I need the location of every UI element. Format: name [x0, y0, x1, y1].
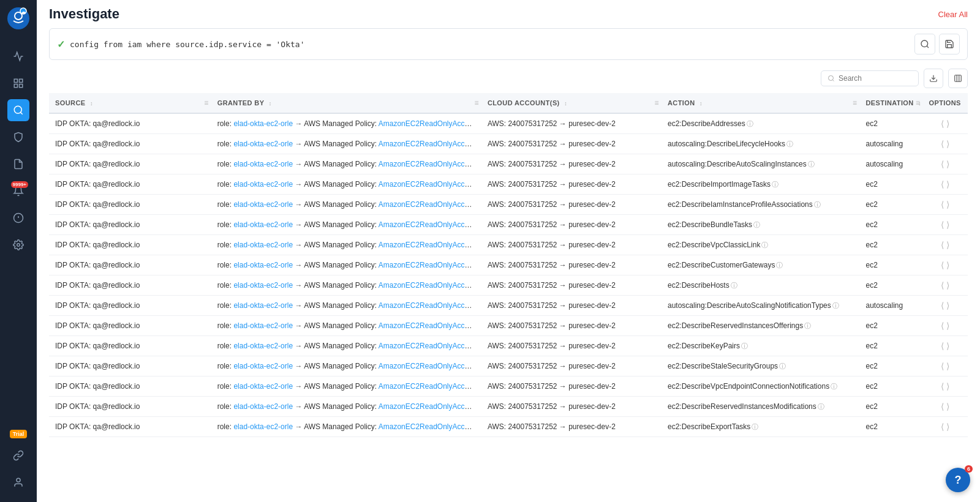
action-info-icon[interactable]: ⓘ	[772, 181, 778, 188]
sidebar-item-inventory[interactable]	[7, 72, 29, 94]
arrow-icon: →	[295, 241, 304, 249]
col-header-source[interactable]: SOURCE ↕ ≡	[49, 93, 211, 113]
role-link[interactable]: elad-okta-ec2-orle	[233, 140, 293, 148]
col-header-cloud[interactable]: CLOUD ACCOUNT(S) ↕ ≡	[481, 93, 662, 113]
role-link[interactable]: elad-okta-ec2-orle	[233, 362, 293, 370]
col-menu-action[interactable]: ≡	[853, 99, 857, 107]
policy-link[interactable]: AmazonEC2ReadOnlyAccess	[379, 261, 476, 269]
action-info-icon[interactable]: ⓘ	[776, 261, 783, 269]
sidebar-item-alerts[interactable]: 9999+	[7, 180, 29, 202]
action-info-icon[interactable]: ⓘ	[804, 322, 811, 329]
policy-link[interactable]: AmazonEC2ReadOnlyAccess	[379, 321, 476, 330]
role-link[interactable]: elad-okta-ec2-orle	[233, 220, 293, 229]
help-button[interactable]: 6 ?	[946, 468, 970, 492]
search-input[interactable]	[839, 74, 912, 83]
policy-link[interactable]: AmazonEC2ReadOnlyAccess	[379, 160, 476, 168]
role-link[interactable]: elad-okta-ec2-orle	[233, 402, 293, 411]
action-info-icon[interactable]: ⓘ	[779, 362, 786, 370]
policy-link[interactable]: AmazonEC2ReadOnlyAccess	[379, 422, 476, 431]
svg-rect-5	[20, 79, 23, 82]
role-link[interactable]: elad-okta-ec2-orle	[233, 180, 293, 189]
row-expand-icon[interactable]: ⟨ ⟩	[941, 402, 949, 411]
row-expand-icon[interactable]: ⟨ ⟩	[941, 139, 949, 149]
sidebar-item-investigate[interactable]	[7, 99, 29, 121]
policy-link[interactable]: AmazonEC2ReadOnlyAccess	[379, 342, 476, 350]
action-info-icon[interactable]: ⓘ	[731, 282, 737, 289]
row-expand-icon[interactable]: ⟨ ⟩	[941, 321, 949, 331]
clear-all-button[interactable]: Clear All	[938, 10, 968, 19]
query-save-button[interactable]	[939, 34, 960, 54]
row-expand-icon[interactable]: ⟨ ⟩	[941, 200, 949, 209]
sidebar-item-info[interactable]	[7, 207, 29, 229]
sidebar-item-user[interactable]	[7, 471, 29, 493]
row-expand-icon[interactable]: ⟨ ⟩	[941, 341, 949, 351]
trial-badge[interactable]: Trial	[10, 430, 28, 438]
policy-link[interactable]: AmazonEC2ReadOnlyAccess	[379, 281, 476, 290]
cell-source: IDP OKTA: qa@redlock.io	[49, 195, 211, 215]
action-info-icon[interactable]: ⓘ	[752, 423, 758, 430]
role-link[interactable]: elad-okta-ec2-orle	[233, 321, 293, 330]
col-menu-dest[interactable]: ≡	[916, 99, 920, 107]
action-info-icon[interactable]: ⓘ	[814, 201, 821, 208]
sidebar-item-integrations[interactable]	[7, 444, 29, 466]
col-menu-granted[interactable]: ≡	[474, 99, 478, 107]
action-info-icon[interactable]: ⓘ	[808, 160, 815, 168]
columns-button[interactable]	[948, 69, 968, 88]
role-link[interactable]: elad-okta-ec2-orle	[233, 241, 293, 249]
role-link[interactable]: elad-okta-ec2-orle	[233, 342, 293, 350]
action-info-icon[interactable]: ⓘ	[741, 342, 748, 350]
sidebar-item-activity[interactable]	[7, 45, 29, 67]
row-expand-icon[interactable]: ⟨ ⟩	[941, 301, 949, 310]
action-info-icon[interactable]: ⓘ	[747, 120, 753, 127]
row-expand-icon[interactable]: ⟨ ⟩	[941, 280, 949, 290]
action-info-icon[interactable]: ⓘ	[761, 241, 768, 249]
col-menu-source[interactable]: ≡	[204, 99, 208, 107]
row-expand-icon[interactable]: ⟨ ⟩	[941, 260, 949, 270]
policy-link[interactable]: AmazonEC2ReadOnlyAccess	[379, 402, 476, 411]
app-logo[interactable]: ☁	[6, 6, 31, 31]
role-link[interactable]: elad-okta-ec2-orle	[233, 382, 293, 391]
policy-link[interactable]: AmazonEC2ReadOnlyAccess	[379, 241, 476, 249]
policy-link[interactable]: AmazonEC2ReadOnlyAccess	[379, 220, 476, 229]
row-expand-icon[interactable]: ⟨ ⟩	[941, 381, 949, 391]
download-button[interactable]	[924, 69, 943, 88]
role-link[interactable]: elad-okta-ec2-orle	[233, 422, 293, 431]
sidebar-item-reports[interactable]	[7, 153, 29, 175]
role-link[interactable]: elad-okta-ec2-orle	[233, 200, 293, 209]
action-info-icon[interactable]: ⓘ	[832, 302, 839, 309]
cell-options: ⟨ ⟩	[922, 255, 968, 275]
policy-link[interactable]: AmazonEC2ReadOnlyAccess	[379, 362, 476, 370]
action-info-icon[interactable]: ⓘ	[786, 140, 793, 148]
role-link[interactable]: elad-okta-ec2-orle	[233, 261, 293, 269]
sidebar-item-compliance[interactable]	[7, 126, 29, 148]
policy-link[interactable]: AmazonEC2ReadOnlyAccess	[379, 200, 476, 209]
action-info-icon[interactable]: ⓘ	[753, 221, 760, 228]
col-menu-cloud[interactable]: ≡	[655, 99, 659, 107]
row-expand-icon[interactable]: ⟨ ⟩	[941, 361, 949, 371]
policy-link[interactable]: AmazonEC2ReadOnlyAccess	[379, 119, 476, 128]
cell-granted: role: elad-okta-ec2-orle → AWS Managed P…	[211, 113, 481, 134]
arrow-icon: →	[295, 160, 304, 168]
action-info-icon[interactable]: ⓘ	[831, 383, 837, 390]
policy-link[interactable]: AmazonEC2ReadOnlyAccess	[379, 180, 476, 189]
role-link[interactable]: elad-okta-ec2-orle	[233, 281, 293, 290]
row-expand-icon[interactable]: ⟨ ⟩	[941, 179, 949, 189]
policy-link[interactable]: AmazonEC2ReadOnlyAccess	[379, 140, 476, 148]
policy-link[interactable]: AmazonEC2ReadOnlyAccess	[379, 382, 476, 391]
query-bar: ✓ config from iam where source.idp.servi…	[49, 28, 968, 60]
role-link[interactable]: elad-okta-ec2-orle	[233, 119, 293, 128]
role-link[interactable]: elad-okta-ec2-orle	[233, 160, 293, 168]
row-expand-icon[interactable]: ⟨ ⟩	[941, 159, 949, 169]
col-header-destination[interactable]: DESTINATION ↕ ≡	[860, 93, 923, 113]
row-expand-icon[interactable]: ⟨ ⟩	[941, 220, 949, 230]
action-info-icon[interactable]: ⓘ	[818, 403, 824, 410]
row-expand-icon[interactable]: ⟨ ⟩	[941, 119, 949, 129]
row-expand-icon[interactable]: ⟨ ⟩	[941, 422, 949, 432]
row-expand-icon[interactable]: ⟨ ⟩	[941, 240, 949, 250]
query-search-button[interactable]	[914, 34, 935, 54]
policy-link[interactable]: AmazonEC2ReadOnlyAccess	[379, 301, 476, 310]
role-link[interactable]: elad-okta-ec2-orle	[233, 301, 293, 310]
sidebar-item-settings[interactable]	[7, 234, 29, 256]
col-header-action[interactable]: ACTION ↕ ≡	[662, 93, 860, 113]
col-header-granted[interactable]: GRANTED BY ↕ ≡	[211, 93, 481, 113]
